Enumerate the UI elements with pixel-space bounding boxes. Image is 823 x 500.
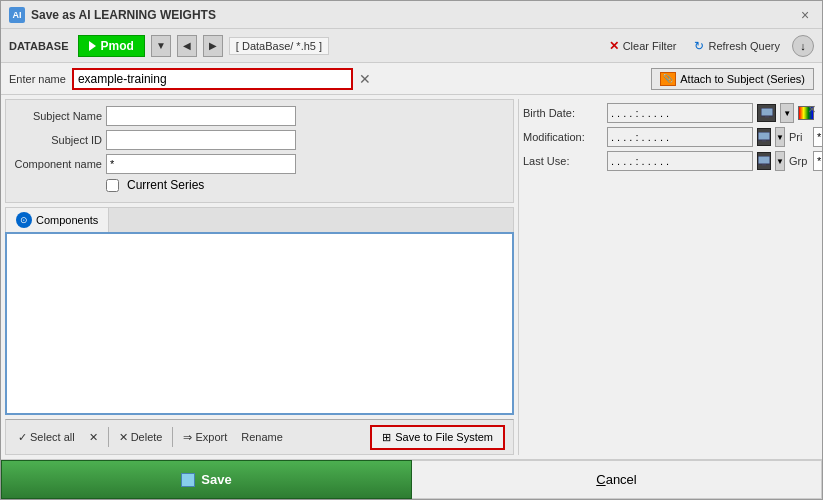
export-icon: ⇒ xyxy=(183,431,192,444)
input-clear-button[interactable]: ✕ xyxy=(359,71,371,87)
subject-name-input[interactable] xyxy=(106,106,296,126)
cancel-label: Cancel xyxy=(596,472,636,487)
save-fs-icon: ⊞ xyxy=(382,431,391,444)
delete-label: Delete xyxy=(131,431,163,443)
rename-label: Rename xyxy=(241,431,283,443)
window-icon: AI xyxy=(9,7,25,23)
modification-label: Modification: xyxy=(523,131,603,143)
last-use-row: Last Use: ▼ Grp ▼ xyxy=(523,151,814,171)
pri-label: Pri xyxy=(789,131,809,143)
tab-icon: ⊙ xyxy=(16,212,32,228)
deselect-button[interactable]: ✕ xyxy=(85,429,102,446)
current-series-row: Current Series xyxy=(12,178,507,192)
birth-date-label: Birth Date: xyxy=(523,107,603,119)
last-use-label: Last Use: xyxy=(523,155,603,167)
save-to-fs-button[interactable]: ⊞ Save to File System xyxy=(370,425,505,450)
refresh-query-label: Refresh Query xyxy=(708,40,780,52)
play-icon xyxy=(89,41,96,51)
floppy-icon xyxy=(181,473,195,487)
nav-right-button[interactable]: ▶ xyxy=(203,35,223,57)
attach-label: Attach to Subject (Series) xyxy=(680,73,805,85)
components-area: ⊙ Components xyxy=(5,207,514,415)
x-icon: ✕ xyxy=(609,39,619,53)
current-series-checkbox[interactable] xyxy=(106,179,119,192)
database-label: DATABASE xyxy=(9,40,68,52)
last-use-input[interactable] xyxy=(607,151,753,171)
footer: Save Cancel xyxy=(1,459,822,499)
save-label: Save xyxy=(201,472,231,487)
svg-rect-4 xyxy=(758,156,770,164)
subject-name-row: Subject Name xyxy=(12,106,507,126)
subject-id-input[interactable] xyxy=(106,130,296,150)
clear-filter-label: Clear Filter xyxy=(623,40,677,52)
window-title: Save as AI LEARNING WEIGHTS xyxy=(31,8,216,22)
svg-rect-3 xyxy=(762,140,766,142)
pmod-label: Pmod xyxy=(100,39,133,53)
window-close-button[interactable]: × xyxy=(796,6,814,24)
path-label: [ DataBase/ *.h5 ] xyxy=(229,37,329,55)
attach-button[interactable]: 📎 Attach to Subject (Series) xyxy=(651,68,814,90)
export-button[interactable]: ⇒ Export xyxy=(179,429,231,446)
clear-filter-button[interactable]: ✕ Clear Filter xyxy=(603,36,683,56)
bottom-toolbar: ✓ Select all ✕ ✕ Delete ⇒ Export Rename xyxy=(5,419,514,455)
form-section: Subject Name Subject ID Component name C… xyxy=(5,99,514,203)
component-name-label: Component name xyxy=(12,158,102,170)
cycle-button[interactable]: ↓ xyxy=(792,35,814,57)
refresh-query-button[interactable]: ↻ Refresh Query xyxy=(688,36,786,56)
modification-input[interactable] xyxy=(607,127,753,147)
export-label: Export xyxy=(195,431,227,443)
grp-label: Grp xyxy=(789,155,809,167)
enter-name-input[interactable] xyxy=(72,68,353,90)
attach-icon: 📎 xyxy=(660,72,676,86)
title-bar-left: AI Save as AI LEARNING WEIGHTS xyxy=(9,7,216,23)
birth-date-row: Birth Date: ▼ xyxy=(523,103,814,123)
nav-left-button[interactable]: ◀ xyxy=(177,35,197,57)
subject-id-row: Subject ID xyxy=(12,130,507,150)
separator1 xyxy=(108,427,109,447)
current-series-label: Current Series xyxy=(127,178,204,192)
content-area: Subject Name Subject ID Component name C… xyxy=(1,95,822,459)
last-use-screen-icon[interactable] xyxy=(757,152,771,170)
svg-rect-5 xyxy=(762,164,766,166)
birth-date-screen-icon[interactable] xyxy=(757,104,776,122)
save-button[interactable]: Save xyxy=(1,460,412,499)
pri-input[interactable] xyxy=(813,127,822,147)
components-list[interactable] xyxy=(5,232,514,415)
modification-dropdown-button[interactable]: ▼ xyxy=(775,127,785,147)
main-window: AI Save as AI LEARNING WEIGHTS × DATABAS… xyxy=(0,0,823,500)
grp-input[interactable] xyxy=(813,151,822,171)
modification-screen-icon[interactable] xyxy=(757,128,771,146)
checkmark-icon: ✓ xyxy=(18,431,27,444)
cancel-button[interactable]: Cancel xyxy=(412,460,822,499)
birth-date-input[interactable] xyxy=(607,103,753,123)
select-all-button[interactable]: ✓ Select all xyxy=(14,429,79,446)
nav-down-button[interactable]: ▼ xyxy=(151,35,171,57)
component-name-input[interactable] xyxy=(106,154,296,174)
svg-rect-0 xyxy=(761,108,773,116)
last-use-dropdown-button[interactable]: ▼ xyxy=(775,151,785,171)
svg-rect-2 xyxy=(758,132,770,140)
delete-icon: ✕ xyxy=(119,431,128,444)
subject-id-label: Subject ID xyxy=(12,134,102,146)
birth-date-dropdown-button[interactable]: ▼ xyxy=(780,103,794,123)
enter-name-label: Enter name xyxy=(9,73,66,85)
subject-name-label: Subject Name xyxy=(12,110,102,122)
pmod-button[interactable]: Pmod xyxy=(78,35,144,57)
components-tab[interactable]: ⊙ Components xyxy=(6,208,109,232)
modification-row: Modification: ▼ Pri ▼ xyxy=(523,127,814,147)
tab-header: ⊙ Components xyxy=(5,207,514,232)
separator2 xyxy=(172,427,173,447)
main-toolbar: DATABASE Pmod ▼ ◀ ▶ [ DataBase/ *.h5 ] ✕… xyxy=(1,29,822,63)
cancel-underline: C xyxy=(596,472,605,487)
right-panel: × Birth Date: ▼ Modification: ▼ Pri xyxy=(518,99,818,455)
rename-button[interactable]: Rename xyxy=(237,429,287,445)
delete-button[interactable]: ✕ Delete xyxy=(115,429,167,446)
left-panel: Subject Name Subject ID Component name C… xyxy=(5,99,514,455)
right-panel-close-button[interactable]: × xyxy=(808,101,816,117)
refresh-icon: ↻ xyxy=(694,39,704,53)
components-tab-label: Components xyxy=(36,214,98,226)
save-to-fs-label: Save to File System xyxy=(395,431,493,443)
select-all-label: Select all xyxy=(30,431,75,443)
cancel-text: ancel xyxy=(606,472,637,487)
component-name-row: Component name xyxy=(12,154,507,174)
